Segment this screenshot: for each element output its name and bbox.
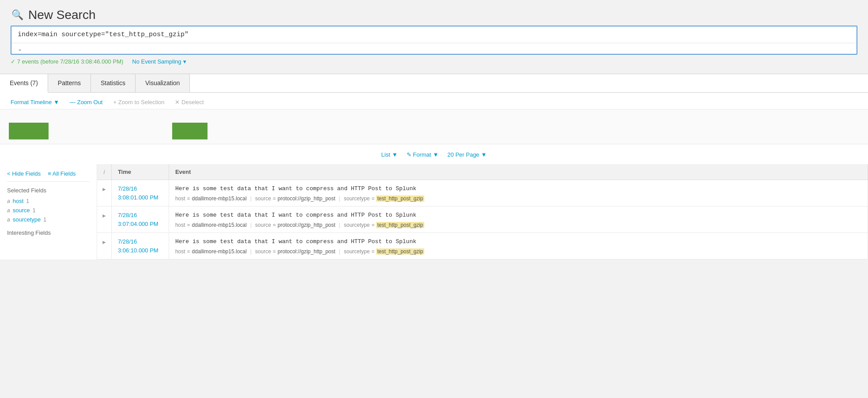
sidebar: < Hide Fields ≡ All Fields Selected Fiel… <box>0 164 97 259</box>
format-timeline-button[interactable]: Format Timeline ▼ <box>11 99 59 105</box>
timeline-bars <box>0 117 868 144</box>
search-icon: 🔍 <box>11 8 24 22</box>
sidebar-header: < Hide Fields ≡ All Fields <box>7 164 90 182</box>
check-icon: ✓ <box>11 58 15 65</box>
hide-fields-button[interactable]: < Hide Fields <box>7 170 41 177</box>
page-wrapper: 🔍 New Search ⌄ ✓ 7 events (before 7/28/1… <box>0 0 868 398</box>
table-row: ► 7/28/163:07:04.000 PM Here is some tes… <box>97 207 868 233</box>
event-col-1: Here is some test data that I want to co… <box>169 180 868 207</box>
deselect-button[interactable]: ✕ Deselect <box>175 99 204 105</box>
tab-statistics[interactable]: Statistics <box>91 74 136 92</box>
field-item-sourcetype: a sourcetype 1 <box>7 215 90 224</box>
timeline-bar-1 <box>9 123 49 139</box>
meta-host-3: host = ddallimore-mbp15.local <box>175 248 247 255</box>
timeline-chart[interactable] <box>0 109 868 144</box>
time-col-3: 7/28/163:06:10.000 PM <box>111 233 169 259</box>
expand-button-1[interactable]: ► <box>97 180 111 198</box>
field-item-source: a source 1 <box>7 206 90 215</box>
event-text-3: Here is some test data that I want to co… <box>175 237 861 247</box>
expand-button-2[interactable]: ► <box>97 207 111 224</box>
search-input[interactable] <box>11 26 857 43</box>
interesting-fields-title: Interesting Fields <box>7 224 90 239</box>
table-row: ► 7/28/163:06:10.000 PM Here is some tes… <box>97 233 868 259</box>
events-table-wrapper: i Time Event ► <box>97 164 868 259</box>
selected-fields-list: a host 1 a source 1 a sourcetype 1 <box>7 196 90 224</box>
time-col-1: 7/28/163:08:01.000 PM <box>111 180 169 207</box>
zoom-to-selection-button[interactable]: + Zoom to Selection <box>113 99 165 105</box>
no-event-sampling-button[interactable]: No Event Sampling ▾ <box>132 58 186 65</box>
field-type-source: a <box>7 207 10 214</box>
search-expand-icon[interactable]: ⌄ <box>18 46 22 52</box>
events-table: i Time Event ► <box>97 164 868 259</box>
status-check: ✓ 7 events (before 7/28/16 3:08:46.000 P… <box>11 58 123 65</box>
tab-patterns[interactable]: Patterns <box>48 74 91 92</box>
event-col-3: Here is some test data that I want to co… <box>169 233 868 259</box>
timeline-bar-2 <box>172 123 208 139</box>
selected-fields-title: Selected Fields <box>7 182 90 196</box>
meta-host-1: host = ddallimore-mbp15.local <box>175 195 247 202</box>
field-item-host: a host 1 <box>7 196 90 206</box>
time-col-2: 7/28/163:07:04.000 PM <box>111 207 169 233</box>
page-title: 🔍 New Search <box>11 8 857 22</box>
tab-visualization[interactable]: Visualization <box>136 74 190 92</box>
per-page-button[interactable]: 20 Per Page ▼ <box>447 151 487 158</box>
col-header-time: Time <box>111 164 169 180</box>
search-bar-bottom: ⌄ <box>11 43 857 54</box>
event-meta-3: host = ddallimore-mbp15.local | source = <box>175 248 861 255</box>
field-name-sourcetype[interactable]: sourcetype <box>13 216 41 223</box>
field-type-sourcetype: a <box>7 217 10 223</box>
field-name-source[interactable]: source <box>13 207 30 214</box>
meta-sourcetype-1: sourcetype = test_http_post_gzip <box>344 195 424 202</box>
main-content: Format Timeline ▼ — Zoom Out + Zoom to S… <box>0 93 868 259</box>
list-controls: List ▼ ✎ Format ▼ 20 Per Page ▼ <box>0 145 868 164</box>
tab-events[interactable]: Events (7) <box>0 74 48 93</box>
list-view-button[interactable]: List ▼ <box>381 151 398 158</box>
meta-host-2: host = ddallimore-mbp15.local <box>175 222 247 228</box>
event-meta-1: host = ddallimore-mbp15.local | source = <box>175 195 861 202</box>
event-meta-2: host = ddallimore-mbp15.local | source = <box>175 222 861 228</box>
format-button[interactable]: ✎ Format ▼ <box>407 151 439 158</box>
field-count-host: 1 <box>26 198 29 204</box>
zoom-out-button[interactable]: — Zoom Out <box>70 99 102 105</box>
timeline-controls: Format Timeline ▼ — Zoom Out + Zoom to S… <box>0 93 868 109</box>
meta-source-3: source = protocol://gzip_http_post <box>255 248 336 255</box>
event-text-2: Here is some test data that I want to co… <box>175 211 861 220</box>
format-arrow-icon: ▼ <box>433 151 438 158</box>
meta-sourcetype-3: sourcetype = test_http_post_gzip <box>344 248 424 255</box>
per-page-arrow-icon: ▼ <box>481 151 487 158</box>
format-timeline-arrow-icon: ▼ <box>53 99 59 105</box>
field-count-sourcetype: 1 <box>43 217 46 223</box>
page-header: 🔍 New Search ⌄ ✓ 7 events (before 7/28/1… <box>0 0 868 74</box>
expand-col-3: ► <box>97 233 111 259</box>
event-count: 7 events (before 7/28/16 3:08:46.000 PM) <box>17 58 124 65</box>
col-header-i: i <box>97 164 111 180</box>
event-time-1[interactable]: 7/28/163:08:01.000 PM <box>118 185 159 201</box>
expand-button-3[interactable]: ► <box>97 233 111 251</box>
event-col-2: Here is some test data that I want to co… <box>169 207 868 233</box>
all-fields-button[interactable]: ≡ All Fields <box>48 170 75 177</box>
table-row: ► 7/28/163:08:01.000 PM Here is some tes… <box>97 180 868 207</box>
expand-col-2: ► <box>97 207 111 233</box>
event-text-1: Here is some test data that I want to co… <box>175 184 861 194</box>
meta-source-1: source = protocol://gzip_http_post <box>255 195 336 202</box>
col-header-event: Event <box>169 164 868 180</box>
event-time-2[interactable]: 7/28/163:07:04.000 PM <box>118 212 159 227</box>
field-type-host: a <box>7 198 10 204</box>
tabs-bar: Events (7) Patterns Statistics Visualiza… <box>0 74 868 93</box>
meta-sourcetype-2: sourcetype = test_http_post_gzip <box>344 222 424 228</box>
event-time-3[interactable]: 7/28/163:06:10.000 PM <box>118 238 159 254</box>
expand-col-1: ► <box>97 180 111 207</box>
field-name-host[interactable]: host <box>13 198 24 204</box>
status-bar: ✓ 7 events (before 7/28/16 3:08:46.000 P… <box>11 55 857 69</box>
meta-source-2: source = protocol://gzip_http_post <box>255 222 336 228</box>
list-arrow-icon: ▼ <box>392 151 398 158</box>
events-area: < Hide Fields ≡ All Fields Selected Fiel… <box>0 164 868 259</box>
search-bar-container: ⌄ <box>11 26 857 55</box>
field-count-source: 1 <box>33 207 36 214</box>
